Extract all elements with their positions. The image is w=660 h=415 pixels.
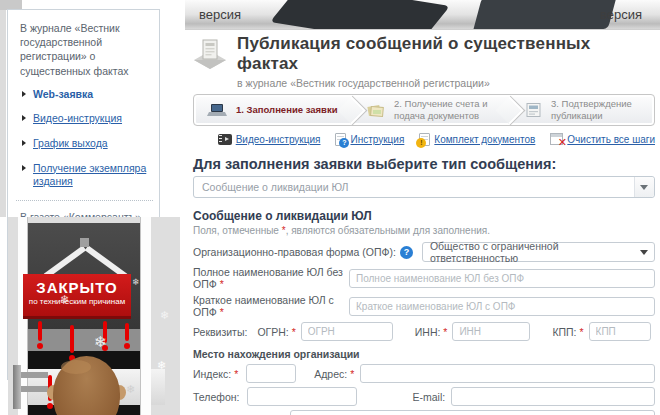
toolbar-video-instruction: Видео-инструкция: [218, 134, 321, 145]
kpp-label-text: КПП:: [552, 326, 576, 338]
tablet-device-decoration: [469, 0, 621, 30]
short-name-row: Краткое наименование ЮЛ с ОПФ *: [193, 294, 655, 318]
page-subtitle: в журнале «Вестник государственной регис…: [237, 77, 655, 89]
kpp-input[interactable]: [589, 322, 651, 341]
full-name-label: Полное наименование ЮЛ без ОПФ *: [193, 266, 349, 290]
ogrn-label: ОГРН: *: [257, 326, 295, 338]
index-label-text: Индекс:: [193, 368, 231, 380]
closed-sign: ЗАКРЫТО по техническим причинам: [23, 274, 131, 316]
requisites-row: Реквизиты: ОГРН: * ИНН: * КПП: *: [193, 322, 655, 341]
required-star: *: [220, 278, 224, 290]
toolbar-documents: ! Комплект документов: [419, 133, 535, 146]
index-input[interactable]: [246, 364, 296, 383]
opf-row: Организационно-правовая форма (ОПФ): ? О…: [193, 242, 655, 262]
short-name-input[interactable]: [349, 297, 655, 316]
index-label: Индекс: *: [193, 368, 238, 380]
page-header: Публикация сообщений о существенных факт…: [193, 34, 655, 89]
snowflake-icon: ❄: [160, 309, 169, 322]
snowflake-icon: ❄: [94, 333, 107, 351]
full-name-label-text: Полное наименование ЮЛ без ОПФ: [193, 266, 343, 290]
arrow-bullet-icon: [22, 91, 26, 97]
snowflake-icon: ❄: [157, 359, 166, 372]
clear-all-steps-link[interactable]: Очистить все шаги: [567, 134, 655, 145]
snowflake-icon: ❄: [126, 383, 135, 396]
index-address-row: Индекс: * Адрес: *: [193, 364, 655, 383]
video-icon: [218, 134, 232, 145]
help-icon[interactable]: ?: [400, 246, 413, 259]
door-frame: [140, 217, 151, 415]
step-1-fill-application[interactable]: 1. Заполнение заявки: [194, 95, 354, 125]
required-star: *: [234, 368, 238, 380]
clear-window-icon: ✕: [550, 133, 563, 145]
address-label-text: Адрес:: [314, 368, 347, 380]
opf-select[interactable]: Общество с ограниченной ответственностью: [422, 242, 655, 262]
decision-select[interactable]: единственным участником: [290, 410, 655, 415]
closed-sign-subtitle: по техническим причинам: [23, 297, 131, 306]
phone-email-row: Телефон: E-mail:: [193, 387, 655, 406]
full-name-row: Полное наименование ЮЛ без ОПФ *: [193, 266, 655, 290]
step-3-publication-confirmation[interactable]: 3. Подтверждение публикации: [512, 95, 660, 125]
opf-label: Организационно-правовая форма (ОПФ):: [193, 246, 396, 258]
ogrn-input[interactable]: [301, 322, 393, 341]
step-2-invoice-documents[interactable]: 2. Получение счета и подача документов: [354, 95, 512, 125]
invoice-icon: [366, 102, 386, 118]
inn-label: ИНН: *: [415, 326, 448, 338]
snowflake-icon: ❄: [132, 277, 140, 287]
arrow-bullet-icon: [22, 115, 26, 121]
required-star: *: [220, 306, 224, 318]
toolbar-clear-steps: ✕ Очистить все шаги: [550, 133, 655, 145]
address-input[interactable]: [360, 364, 655, 383]
ogrn-label-text: ОГРН:: [257, 326, 288, 338]
email-input[interactable]: [451, 387, 655, 406]
newspaper-icon: [524, 102, 543, 118]
message-type-select[interactable]: Сообщение о ликвидации ЮЛ: [193, 176, 655, 198]
sidebar-item-web-zayavka: Web-заявка: [22, 88, 151, 102]
inn-input[interactable]: [452, 322, 530, 341]
divider: [16, 200, 153, 201]
schedule-link[interactable]: График выхода: [33, 137, 108, 151]
select-dropdown-button[interactable]: [634, 177, 654, 197]
required-star: *: [579, 326, 583, 338]
address-label: Адрес: *: [314, 368, 354, 380]
laptop-icon: [206, 103, 228, 118]
tablet-device-decoration: [270, 0, 450, 30]
sidebar-item-schedule: График выхода: [22, 137, 151, 151]
instruction-link[interactable]: Инструкция: [350, 134, 404, 145]
main-area: версия версия Публикация сообщений о сущ…: [185, 0, 660, 415]
full-name-input[interactable]: [349, 269, 655, 288]
instruction-page-icon: ?: [335, 133, 346, 146]
section-title: Сообщение о ликвидации ЮЛ: [193, 209, 655, 223]
video-instruction-link[interactable]: Видео-инструкция: [33, 112, 122, 126]
phone-input[interactable]: [247, 387, 357, 406]
inn-label-text: ИНН:: [415, 326, 441, 338]
question-badge-icon: ?: [339, 138, 349, 148]
choose-type-heading: Для заполнения заявки выберите тип сообщ…: [193, 156, 655, 172]
note-suffix: , являются обязательными для заполнения.: [286, 225, 490, 236]
door-handle: [13, 365, 21, 409]
kpp-label: КПП: *: [552, 326, 583, 338]
video-instruction-toolbar-link[interactable]: Видео-инструкция: [236, 134, 321, 145]
chevron-down-icon: [640, 250, 648, 255]
exclamation-mark: [70, 325, 74, 353]
web-zayavka-link[interactable]: Web-заявка: [33, 88, 93, 102]
required-star: *: [350, 368, 354, 380]
required-star: *: [443, 326, 447, 338]
phone-label: Телефон:: [193, 391, 239, 403]
arrow-bullet-icon: [22, 165, 26, 171]
documents-page-icon: !: [419, 133, 430, 146]
email-label: E-mail:: [412, 391, 445, 403]
location-section-title: Место нахождения организации: [193, 348, 655, 360]
door-handle: [21, 386, 48, 392]
snowflake-icon: ❄: [60, 293, 69, 306]
left-edge-strip: [0, 0, 6, 217]
page-title: Публикация сообщений о существенных факт…: [237, 34, 655, 74]
message-type-select-value: Сообщение о ликвидации ЮЛ: [202, 181, 349, 193]
toolbar: Видео-инструкция ? Инструкция ! Комплект…: [193, 131, 655, 147]
short-name-label: Краткое наименование ЮЛ с ОПФ *: [193, 294, 349, 318]
content: Публикация сообщений о существенных факт…: [193, 34, 655, 415]
closed-banner-illustration: ЗАКРЫТО по техническим причинам ❄ ❄ ❄ ❄ …: [8, 217, 180, 415]
get-copy-link[interactable]: Получение экземпляра издания: [33, 162, 151, 189]
documents-kit-link[interactable]: Комплект документов: [434, 134, 535, 145]
opf-select-value: Общество с ограниченной ответственностью: [430, 240, 634, 264]
exclamation-mark: [125, 323, 129, 341]
